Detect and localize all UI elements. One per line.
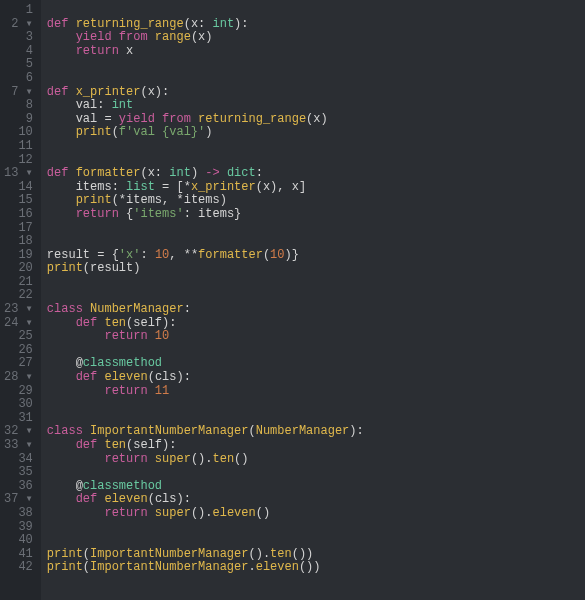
token-op: ) <box>205 30 212 44</box>
code-line[interactable] <box>47 4 585 18</box>
code-line[interactable] <box>47 344 585 358</box>
code-line[interactable]: return {'items': items} <box>47 208 585 222</box>
line-number[interactable]: 37 ▾ <box>4 493 33 507</box>
line-number[interactable]: 35 <box>4 466 33 480</box>
code-line[interactable]: class ImportantNumberManager(NumberManag… <box>47 425 585 439</box>
token-id: x <box>191 17 198 31</box>
code-line[interactable]: def ten(self): <box>47 439 585 453</box>
line-number[interactable]: 33 ▾ <box>4 439 33 453</box>
line-number[interactable]: 42 <box>4 561 33 575</box>
line-number[interactable]: 34 <box>4 453 33 467</box>
token-op: ), <box>270 180 292 194</box>
code-line[interactable]: def formatter(x: int) -> dict: <box>47 167 585 181</box>
code-line[interactable]: print(f'val {val}') <box>47 126 585 140</box>
line-number[interactable]: 10 <box>4 126 33 140</box>
line-number[interactable]: 23 ▾ <box>4 303 33 317</box>
line-number[interactable]: 20 <box>4 262 33 276</box>
code-line[interactable] <box>47 289 585 303</box>
code-line[interactable] <box>47 58 585 72</box>
code-line[interactable]: return x <box>47 45 585 59</box>
line-number[interactable]: 4 <box>4 45 33 59</box>
token-op: ) <box>191 166 205 180</box>
line-number[interactable]: 1 <box>4 4 33 18</box>
line-number[interactable]: 39 <box>4 521 33 535</box>
token-kw: return <box>76 44 126 58</box>
code-line[interactable]: result = {'x': 10, **formatter(10)} <box>47 249 585 263</box>
code-line[interactable]: print(result) <box>47 262 585 276</box>
line-number-gutter[interactable]: 1 2 ▾3 4 5 6 7 ▾8 9 10 11 12 13 ▾14 15 1… <box>0 0 41 600</box>
token-kw: def <box>47 85 76 99</box>
line-number[interactable]: 26 <box>4 344 33 358</box>
code-line[interactable]: def returning_range(x: int): <box>47 18 585 32</box>
code-line[interactable] <box>47 398 585 412</box>
token-fn: formatter <box>76 166 141 180</box>
line-number[interactable]: 28 ▾ <box>4 371 33 385</box>
code-line[interactable]: def ten(self): <box>47 317 585 331</box>
code-line[interactable]: class NumberManager: <box>47 303 585 317</box>
line-number[interactable]: 3 <box>4 31 33 45</box>
code-line[interactable]: def eleven(cls): <box>47 371 585 385</box>
code-editor[interactable]: 1 2 ▾3 4 5 6 7 ▾8 9 10 11 12 13 ▾14 15 1… <box>0 0 585 600</box>
token-fn: returning_range <box>76 17 184 31</box>
code-line[interactable]: def x_printer(x): <box>47 86 585 100</box>
code-line[interactable]: @classmethod <box>47 480 585 494</box>
line-number[interactable]: 31 <box>4 412 33 426</box>
code-line[interactable] <box>47 412 585 426</box>
code-line[interactable]: items: list = [*x_printer(x), x] <box>47 181 585 195</box>
line-number[interactable]: 32 ▾ <box>4 425 33 439</box>
line-number[interactable]: 38 <box>4 507 33 521</box>
code-line[interactable] <box>47 534 585 548</box>
line-number[interactable]: 24 ▾ <box>4 317 33 331</box>
code-line[interactable]: return 10 <box>47 330 585 344</box>
line-number[interactable]: 5 <box>4 58 33 72</box>
code-line[interactable]: @classmethod <box>47 357 585 371</box>
code-line[interactable]: print(ImportantNumberManager.eleven()) <box>47 561 585 575</box>
code-line[interactable]: print(*items, *items) <box>47 194 585 208</box>
token-fn: ten <box>270 547 292 561</box>
token-self: self <box>133 438 162 452</box>
code-line[interactable] <box>47 222 585 236</box>
token-kw: return <box>104 329 154 343</box>
code-line[interactable] <box>47 521 585 535</box>
code-line[interactable] <box>47 466 585 480</box>
code-line[interactable] <box>47 154 585 168</box>
code-line[interactable] <box>47 276 585 290</box>
code-line[interactable]: return super().eleven() <box>47 507 585 521</box>
line-number[interactable]: 9 <box>4 113 33 127</box>
line-number[interactable]: 8 <box>4 99 33 113</box>
line-number[interactable]: 13 ▾ <box>4 167 33 181</box>
code-line[interactable]: return super().ten() <box>47 453 585 467</box>
code-line[interactable]: val = yield from returning_range(x) <box>47 113 585 127</box>
code-line[interactable] <box>47 140 585 154</box>
line-number[interactable]: 12 <box>4 154 33 168</box>
line-number[interactable]: 29 <box>4 385 33 399</box>
code-line[interactable] <box>47 72 585 86</box>
line-number[interactable]: 22 <box>4 289 33 303</box>
token-arrow: -> <box>205 166 227 180</box>
code-line[interactable]: yield from range(x) <box>47 31 585 45</box>
line-number[interactable]: 41 <box>4 548 33 562</box>
code-line[interactable]: print(ImportantNumberManager().ten()) <box>47 548 585 562</box>
line-number[interactable]: 7 ▾ <box>4 86 33 100</box>
line-number[interactable]: 36 <box>4 480 33 494</box>
code-area[interactable]: def returning_range(x: int): yield from … <box>41 0 585 600</box>
line-number[interactable]: 21 <box>4 276 33 290</box>
code-line[interactable]: return 11 <box>47 385 585 399</box>
token-id: items <box>184 193 220 207</box>
line-number[interactable]: 17 <box>4 222 33 236</box>
line-number[interactable]: 30 <box>4 398 33 412</box>
code-line[interactable]: val: int <box>47 99 585 113</box>
line-number[interactable]: 2 ▾ <box>4 18 33 32</box>
line-number[interactable]: 25 <box>4 330 33 344</box>
line-number[interactable]: 18 <box>4 235 33 249</box>
line-number[interactable]: 14 <box>4 181 33 195</box>
line-number[interactable]: 16 <box>4 208 33 222</box>
line-number[interactable]: 19 <box>4 249 33 263</box>
line-number[interactable]: 6 <box>4 72 33 86</box>
code-line[interactable]: def eleven(cls): <box>47 493 585 507</box>
line-number[interactable]: 40 <box>4 534 33 548</box>
line-number[interactable]: 15 <box>4 194 33 208</box>
code-line[interactable] <box>47 235 585 249</box>
line-number[interactable]: 11 <box>4 140 33 154</box>
line-number[interactable]: 27 <box>4 357 33 371</box>
